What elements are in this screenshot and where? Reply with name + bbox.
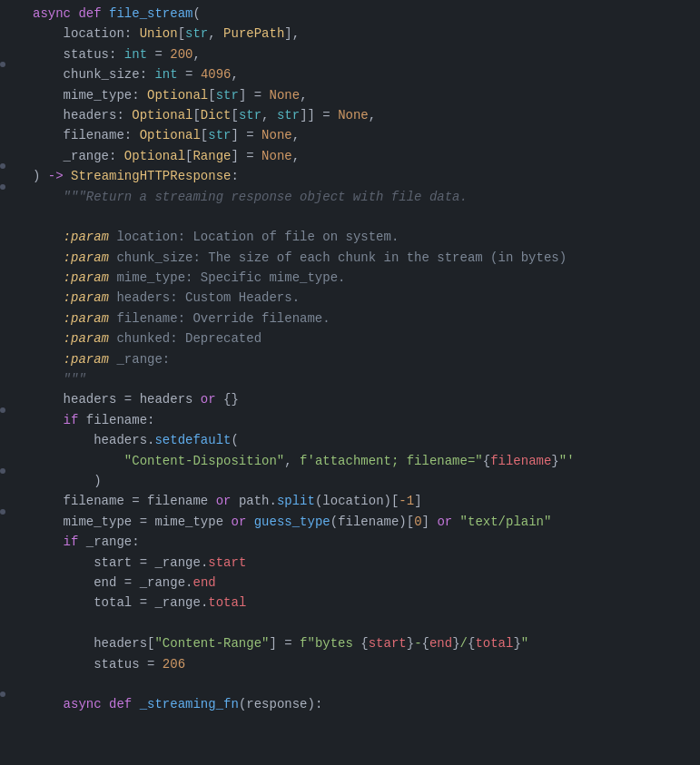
code-line: :param headers: Custom Headers. — [0, 288, 700, 308]
line-text: start = _range.start — [25, 553, 693, 573]
code-line: end = _range.end — [0, 573, 700, 593]
code-line: async def file_stream( — [0, 4, 700, 24]
code-line: mime_type = mime_type or guess_type(file… — [0, 512, 700, 532]
code-line: chunk_size: int = 4096, — [0, 64, 700, 84]
code-line: :param filename: Override filename. — [0, 309, 700, 329]
line-text: async def file_stream( — [25, 4, 693, 24]
line-text: _range: Optional[Range] = None, — [25, 146, 693, 166]
line-text: :param mime_type: Specific mime_type. — [25, 268, 693, 288]
line-text: if _range: — [25, 532, 693, 552]
code-editor: async def file_stream( location: Union[s… — [0, 0, 700, 719]
code-line: """ — [0, 369, 700, 389]
line-text: """Return a streaming response object wi… — [25, 187, 693, 207]
code-line: """Return a streaming response object wi… — [0, 187, 700, 207]
line-text: end = _range.end — [25, 573, 693, 593]
line-text: status = 206 — [25, 654, 693, 674]
code-line: ) — [0, 471, 700, 491]
line-text: :param location: Location of file on sys… — [25, 227, 693, 247]
code-line: filename = filename or path.split(locati… — [0, 491, 700, 511]
line-text: headers = headers or {} — [25, 389, 693, 409]
line-text: "Content-Disposition", f'attachment; fil… — [25, 451, 693, 471]
line-text: filename: Optional[str] = None, — [25, 125, 693, 145]
line-text: if filename: — [25, 410, 693, 430]
line-text: status: int = 200, — [25, 44, 693, 64]
code-line: if filename: — [0, 410, 700, 430]
code-line: _range: Optional[Range] = None, — [0, 146, 700, 166]
code-line: :param mime_type: Specific mime_type. — [0, 268, 700, 288]
line-text: :param chunk_size: The size of each chun… — [25, 248, 693, 268]
line-text: async def _streaming_fn(response): — [25, 694, 693, 714]
line-text: :param _range: — [25, 349, 693, 369]
code-line: status: int = 200, — [0, 44, 700, 64]
line-text: :param filename: Override filename. — [25, 309, 693, 329]
code-line: :param _range: — [0, 349, 700, 369]
code-line: headers: Optional[Dict[str, str]] = None… — [0, 105, 700, 125]
line-text: headers["Content-Range"] = f"bytes {star… — [25, 633, 693, 653]
code-line: :param location: Location of file on sys… — [0, 227, 700, 247]
line-text: location: Union[str, PurePath], — [25, 24, 693, 44]
code-line: ) -> StreamingHTTPResponse: — [0, 166, 700, 186]
line-text: mime_type: Optional[str] = None, — [25, 85, 693, 105]
line-text: :param chunked: Deprecated — [25, 329, 693, 348]
code-line: if _range: — [0, 532, 700, 552]
code-line: headers["Content-Range"] = f"bytes {star… — [0, 633, 700, 653]
code-line — [0, 613, 700, 633]
code-line: :param chunk_size: The size of each chun… — [0, 248, 700, 268]
line-text: filename = filename or path.split(locati… — [25, 491, 693, 511]
code-line: start = _range.start — [0, 553, 700, 573]
code-line: status = 206 — [0, 654, 700, 674]
line-text: total = _range.total — [25, 593, 693, 613]
line-text: ) -> StreamingHTTPResponse: — [25, 166, 693, 186]
code-line: mime_type: Optional[str] = None, — [0, 85, 700, 105]
line-text — [25, 674, 693, 694]
code-line: :param chunked: Deprecated — [0, 329, 700, 348]
code-line: headers.setdefault( — [0, 430, 700, 450]
code-line: location: Union[str, PurePath], — [0, 24, 700, 44]
line-text: headers: Optional[Dict[str, str]] = None… — [25, 105, 693, 125]
code-line — [0, 674, 700, 694]
line-text: headers.setdefault( — [25, 430, 693, 450]
code-line — [0, 207, 700, 227]
line-text — [25, 613, 693, 633]
line-text: chunk_size: int = 4096, — [25, 64, 693, 84]
code-line: "Content-Disposition", f'attachment; fil… — [0, 451, 700, 471]
code-line: filename: Optional[str] = None, — [0, 125, 700, 145]
code-line: async def _streaming_fn(response): — [0, 694, 700, 714]
line-text: ) — [25, 471, 693, 491]
line-text: mime_type = mime_type or guess_type(file… — [25, 512, 693, 532]
line-text — [25, 207, 693, 227]
line-text: :param headers: Custom Headers. — [25, 288, 693, 308]
line-text: """ — [25, 369, 693, 389]
code-line: total = _range.total — [0, 593, 700, 613]
code-line: headers = headers or {} — [0, 389, 700, 409]
